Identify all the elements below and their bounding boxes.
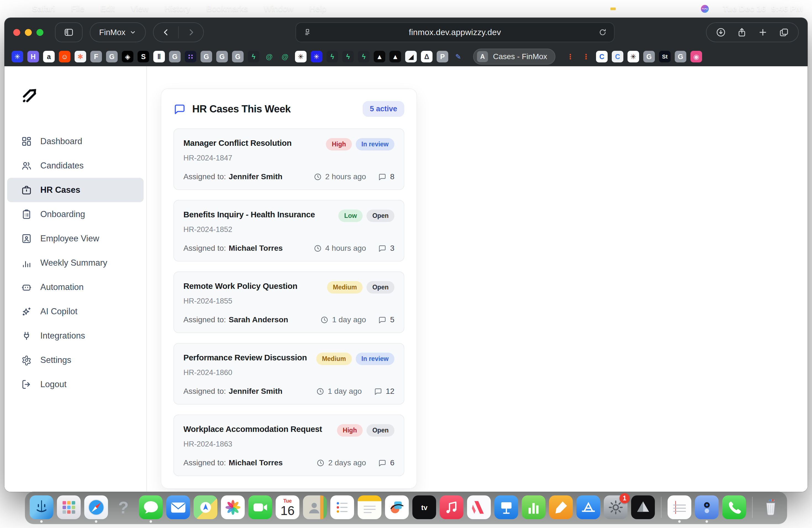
bookmark-favicon-vercel-black[interactable]: ▲ bbox=[374, 51, 385, 62]
dock-apple-tv-icon[interactable]: tv bbox=[412, 495, 436, 519]
bookmark-favicon-openai-white[interactable]: ✳ bbox=[295, 51, 307, 62]
bookmark-favicon-figma[interactable]: ⋮ bbox=[565, 51, 576, 62]
bookmark-favicon-g-gray[interactable]: G bbox=[675, 51, 686, 62]
dock-news-icon[interactable] bbox=[467, 495, 491, 519]
bookmark-favicon-c-light[interactable]: C bbox=[612, 51, 623, 62]
bookmark-favicon-sailboat-white[interactable]: Δ bbox=[421, 51, 433, 62]
case-card[interactable]: Manager Conflict ResolutionHighIn review… bbox=[173, 128, 404, 190]
bookmark-favicon-g-gray[interactable]: G bbox=[201, 51, 212, 62]
moon-focus-icon[interactable] bbox=[564, 4, 574, 14]
battery-icon[interactable] bbox=[609, 4, 619, 14]
animal-silhouette-icon[interactable] bbox=[541, 4, 551, 14]
bookmark-favicon-g-gray[interactable]: G bbox=[232, 51, 244, 62]
dock-prism-app-icon[interactable] bbox=[631, 495, 655, 519]
sidebar-item-hr-cases[interactable]: HR Cases bbox=[7, 178, 144, 202]
bookmark-favicon-dots-dark[interactable]: ∷ bbox=[185, 51, 197, 62]
spotlight-search-icon[interactable] bbox=[655, 4, 665, 14]
share-button[interactable] bbox=[731, 23, 752, 42]
address-bar[interactable]: finmox.dev.appwizzy.dev bbox=[295, 23, 614, 42]
bookmark-favicon-bolt-dark[interactable]: ϟ bbox=[342, 51, 354, 62]
bookmark-favicon-f-gray[interactable]: F bbox=[90, 51, 102, 62]
dock-app-store-icon[interactable] bbox=[576, 495, 600, 519]
bookmark-favicon-pencil-color[interactable]: ✎ bbox=[452, 51, 464, 62]
dock-calendar-icon[interactable]: Tue16 bbox=[276, 495, 300, 519]
zoom-button[interactable] bbox=[37, 29, 43, 36]
bookmark-favicon-openai-blue[interactable]: ✳ bbox=[12, 51, 23, 62]
dock-music-icon[interactable] bbox=[440, 495, 463, 519]
apple-menu-icon[interactable] bbox=[10, 4, 20, 13]
dock-phone-icon[interactable] bbox=[722, 495, 746, 519]
tab-overview-button[interactable] bbox=[773, 23, 794, 42]
airdrop-icon[interactable] bbox=[586, 4, 597, 14]
case-card[interactable]: Remote Work Policy QuestionMediumOpenHR-… bbox=[173, 272, 404, 333]
sidebar-item-ai-copilot[interactable]: AI Copilot bbox=[7, 299, 144, 324]
bookmark-favicon-fin-white[interactable]: ◢ bbox=[405, 51, 417, 62]
bookmark-favicon-openai-bw[interactable]: ✳ bbox=[627, 51, 639, 62]
bookmark-favicon-s-black[interactable]: S bbox=[137, 51, 149, 62]
menu-safari[interactable]: Safari bbox=[32, 4, 55, 14]
menu-window[interactable]: Window bbox=[264, 4, 293, 14]
bookmark-favicon-bolt-dark[interactable]: ϟ bbox=[248, 51, 259, 62]
bookmark-favicon-amazon[interactable]: a bbox=[43, 51, 55, 62]
dock-trash-icon[interactable] bbox=[759, 495, 782, 519]
app-logo-icon[interactable] bbox=[21, 87, 38, 104]
dock-facetime-icon[interactable] bbox=[248, 495, 272, 519]
wifi-icon[interactable] bbox=[632, 4, 642, 14]
bookmark-favicon-g-gray[interactable]: G bbox=[106, 51, 118, 62]
dock-safari-icon[interactable] bbox=[84, 495, 108, 519]
dock-help-placeholder-icon[interactable]: ? bbox=[112, 495, 135, 519]
close-button[interactable] bbox=[13, 29, 20, 36]
bookmark-favicon-pause-white[interactable]: ‖ bbox=[153, 51, 165, 62]
menu-file[interactable]: File bbox=[71, 4, 84, 14]
sidebar-item-logout[interactable]: Logout bbox=[7, 372, 144, 397]
menu-view[interactable]: View bbox=[131, 4, 148, 14]
bookmark-favicon-hubspot[interactable]: ✱ bbox=[75, 51, 86, 62]
case-card[interactable]: Workplace Accommodation RequestHighOpenH… bbox=[173, 414, 404, 476]
profile-switcher-button[interactable]: FinMox bbox=[90, 23, 146, 42]
dock-launchpad-icon[interactable] bbox=[57, 495, 81, 519]
downloads-button[interactable] bbox=[710, 23, 731, 42]
dock-freeform-icon[interactable] bbox=[385, 495, 409, 519]
bookmark-favicon-figma[interactable]: ⋮ bbox=[580, 51, 592, 62]
case-card[interactable]: Benefits Inquiry - Health InsuranceLowOp… bbox=[173, 200, 404, 262]
dock-system-settings-icon[interactable]: 1 bbox=[604, 495, 627, 519]
bookmark-favicon-c-blue[interactable]: C bbox=[596, 51, 608, 62]
bookmark-favicon-openai-bluetile[interactable]: ✳ bbox=[311, 51, 322, 62]
bookmark-favicon-bolt-dark[interactable]: ϟ bbox=[358, 51, 369, 62]
sidebar-item-automation[interactable]: Automation bbox=[7, 275, 144, 299]
sidebar-item-weekly-summary[interactable]: Weekly Summary bbox=[7, 251, 144, 275]
dock-notes-icon[interactable] bbox=[358, 495, 381, 519]
menu-bookmarks[interactable]: Bookmarks bbox=[206, 4, 248, 14]
dock-photos-icon[interactable] bbox=[221, 495, 245, 519]
new-tab-button[interactable] bbox=[752, 23, 773, 42]
reload-icon[interactable] bbox=[598, 28, 607, 37]
sidebar-toggle-button[interactable] bbox=[55, 23, 83, 42]
minimize-button[interactable] bbox=[25, 29, 32, 36]
bookmark-favicon-dribbble[interactable]: ◉ bbox=[691, 51, 702, 62]
sidebar-item-settings[interactable]: Settings bbox=[7, 348, 144, 372]
bookmark-favicon-diamond-black[interactable]: ◈ bbox=[122, 51, 133, 62]
bookmark-favicon-spiral-green[interactable]: @ bbox=[279, 51, 291, 62]
bookmark-favicon-st-black[interactable]: St bbox=[659, 51, 671, 62]
dock-reminders-icon[interactable] bbox=[330, 495, 354, 519]
sidebar-item-onboarding[interactable]: Onboarding bbox=[7, 202, 144, 226]
dock-keynote-icon[interactable] bbox=[494, 495, 518, 519]
bookmark-favicon-p-gray[interactable]: P bbox=[437, 51, 448, 62]
sidebar-item-dashboard[interactable]: Dashboard bbox=[7, 129, 144, 153]
bookmark-favicon-vercel-black[interactable]: ▲ bbox=[389, 51, 401, 62]
dock-numbers-icon[interactable] bbox=[522, 495, 546, 519]
active-tab-pill[interactable]: A Cases - FinMox bbox=[473, 48, 555, 64]
dock-maps-icon[interactable] bbox=[193, 495, 217, 519]
dock-pages-icon[interactable] bbox=[549, 495, 573, 519]
dock-finder-icon[interactable] bbox=[30, 495, 53, 519]
menu-history[interactable]: History bbox=[164, 4, 190, 14]
siri-icon[interactable] bbox=[700, 4, 710, 14]
sidebar-item-integrations[interactable]: Integrations bbox=[7, 324, 144, 348]
control-center-icon[interactable] bbox=[677, 4, 687, 14]
bookmark-favicon-g-gray[interactable]: G bbox=[643, 51, 655, 62]
bookmark-favicon-bolt-dark[interactable]: ϟ bbox=[327, 51, 338, 62]
menu-edit[interactable]: Edit bbox=[101, 4, 115, 14]
page-format-icon[interactable] bbox=[303, 28, 312, 37]
bookmark-favicon-spiral-green[interactable]: @ bbox=[263, 51, 275, 62]
sidebar-item-employee-view[interactable]: Employee View bbox=[7, 226, 144, 251]
